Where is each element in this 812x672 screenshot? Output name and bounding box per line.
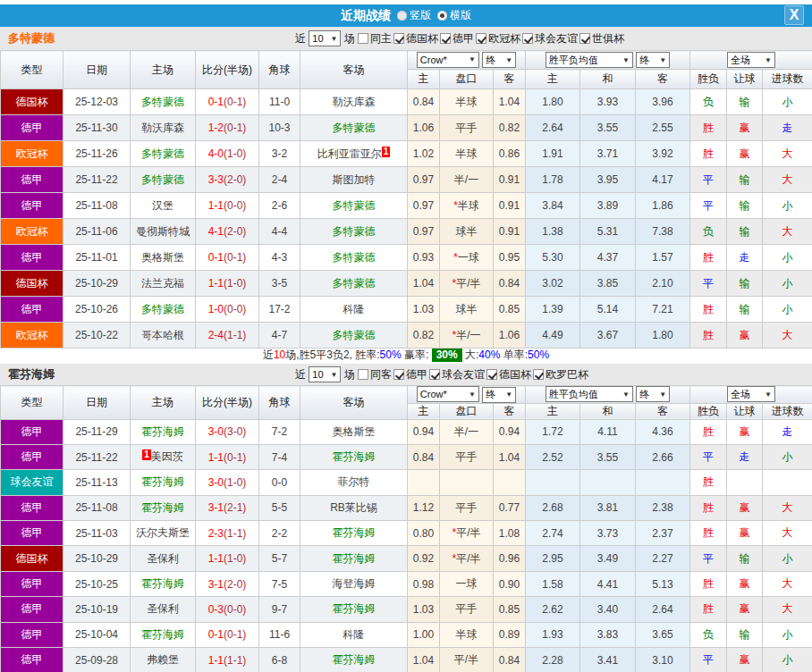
avg-odds-select[interactable]: 胜平负均值▼: [546, 386, 633, 402]
handicap-result-cell: 走: [727, 245, 763, 271]
result-cell: 负: [690, 89, 727, 115]
league-cell: 欧冠杯: [1, 219, 63, 245]
avg-home-cell: 2.95: [526, 546, 580, 571]
match-row: 德甲25-11-08霍芬海姆3-1(2-1)5-5RB莱比锡1.12平手0.77…: [1, 495, 812, 520]
column-subheader: 和: [580, 403, 636, 419]
match-row: 德甲25-11-03沃尔夫斯堡2-3(1-1)2-2霍芬海姆0.80*平/半1.…: [1, 521, 812, 546]
odds-stage-select[interactable]: 终▼: [482, 52, 516, 68]
match-row: 德甲25-11-22多特蒙德3-3(2-0)2-4斯图加特0.97半/一0.91…: [1, 167, 812, 193]
odds-away-cell: 0.85: [494, 597, 526, 622]
league-filter-checkbox[interactable]: 德国杯: [393, 31, 438, 46]
avg-home-cell: 4.49: [526, 323, 580, 349]
checkbox-icon[interactable]: [358, 33, 368, 44]
handicap-result-cell: 赢: [727, 115, 763, 141]
radio-horizontal[interactable]: 横版: [437, 8, 471, 23]
date-cell: 25-10-29: [63, 271, 131, 297]
avg-home-cell: 2.52: [526, 444, 580, 469]
checkbox-icon[interactable]: [440, 33, 451, 44]
avg-draw-cell: 3.67: [580, 323, 636, 349]
league-filter-checkbox[interactable]: 世俱杯: [579, 31, 624, 46]
corners-cell: 6-8: [259, 648, 300, 672]
result-cell: 胜: [690, 419, 727, 444]
avg-away-cell: 7.38: [636, 219, 690, 245]
avg-away-cell: 1.57: [636, 245, 690, 271]
radio-vertical-icon[interactable]: [397, 11, 407, 21]
handicap-result-cell: [727, 470, 763, 495]
avg-home-cell: 1.58: [526, 571, 580, 596]
checkbox-icon[interactable]: [533, 369, 544, 380]
corners-cell: 2-6: [259, 193, 300, 219]
checkbox-icon[interactable]: [522, 33, 533, 44]
team-name: 霍芬海姆: [8, 366, 55, 382]
league-filter-checkbox[interactable]: 德甲: [393, 367, 427, 382]
avg-away-cell: 2.66: [636, 444, 690, 469]
away-team-cell: 科隆: [300, 622, 408, 647]
column-header: 角球: [259, 386, 300, 420]
odds-provider-select[interactable]: Crow*▼: [417, 386, 479, 402]
recent-count-select[interactable]: 10▼: [309, 366, 341, 382]
league-filter-checkbox[interactable]: 德国杯: [486, 367, 531, 382]
league-filter-checkbox[interactable]: 德甲: [440, 31, 474, 46]
avg-odds-select[interactable]: 胜平负均值▼: [546, 52, 633, 68]
scope-select[interactable]: 全场▼: [727, 386, 775, 402]
same-venue-checkbox[interactable]: 同客: [358, 367, 392, 382]
score-cell: 3-3(2-0): [196, 167, 259, 193]
chevron-down-icon: ▼: [505, 56, 512, 64]
checkbox-icon[interactable]: [476, 33, 486, 44]
home-team-cell: 霍芬海姆: [131, 419, 196, 444]
radio-vertical[interactable]: 竖版: [397, 8, 431, 23]
checkbox-icon[interactable]: [486, 369, 497, 380]
match-row: 德甲25-09-28弗赖堡1-1(1-1)6-8霍芬海姆1.04平/半0.842…: [1, 648, 812, 672]
recent-count-select[interactable]: 10▼: [309, 30, 341, 46]
close-button[interactable]: X: [784, 5, 804, 25]
date-cell: 25-11-08: [63, 193, 131, 219]
away-team-cell: 海登海姆: [300, 571, 408, 596]
away-team-cell: 多特蒙德: [300, 245, 408, 271]
home-team-cell: 弗赖堡: [131, 648, 196, 672]
win-rate-badge: 30%: [432, 349, 462, 362]
match-filter: 近 10▼ 场 同客德甲球会友谊德国杯欧罗巴杯: [295, 366, 590, 382]
odds-away-cell: 0.91: [494, 219, 526, 245]
odds-home-cell: 0.80: [408, 521, 440, 546]
chevron-down-icon: ▼: [765, 391, 772, 399]
score-cell: 1-1(0-1): [196, 444, 259, 469]
league-cell: 德甲: [1, 444, 63, 469]
chevron-down-icon: ▼: [330, 35, 337, 43]
odds-home-cell: 0.92: [408, 546, 440, 571]
avg-stage-select[interactable]: 终▼: [636, 386, 670, 402]
column-header: 日期: [63, 51, 131, 89]
same-venue-checkbox[interactable]: 同主: [358, 31, 392, 46]
away-team-cell: 菲尔特: [300, 470, 408, 495]
away-team-cell: 多特蒙德: [300, 323, 408, 349]
league-filter-checkbox[interactable]: 欧冠杯: [476, 31, 520, 46]
league-cell: 德国杯: [1, 271, 63, 297]
league-filter-checkbox[interactable]: 球会友谊: [429, 367, 485, 382]
avg-draw-cell: 4.37: [580, 245, 636, 271]
goals-result-cell: 大: [763, 597, 812, 622]
checkbox-icon[interactable]: [358, 369, 368, 380]
scope-select[interactable]: 全场▼: [727, 52, 775, 68]
avg-away-cell: 3.96: [636, 89, 690, 115]
odds-away-cell: 0.89: [494, 622, 526, 647]
checkbox-icon[interactable]: [393, 369, 404, 380]
odds-stage-select[interactable]: 终▼: [482, 387, 516, 403]
handicap-cell: 平手: [440, 597, 494, 622]
league-filter-checkbox[interactable]: 球会友谊: [522, 31, 578, 46]
column-subheader: 进球数: [763, 70, 812, 89]
avg-stage-select[interactable]: 终▼: [636, 52, 670, 68]
date-cell: 25-11-03: [63, 521, 131, 546]
odds-away-cell: 0.82: [494, 115, 526, 141]
odds-home-cell: 0.84: [408, 444, 440, 469]
handicap-cell: *半球: [440, 193, 494, 219]
column-subheader: 主: [408, 70, 440, 89]
column-subheader: 主: [526, 403, 580, 419]
odds-home-cell: 0.97: [408, 219, 440, 245]
league-filter-checkbox[interactable]: 欧罗巴杯: [533, 367, 588, 382]
checkbox-icon[interactable]: [429, 369, 440, 380]
radio-horizontal-icon[interactable]: [437, 11, 447, 21]
odds-provider-select[interactable]: Crow*▼: [417, 52, 479, 68]
checkbox-icon[interactable]: [393, 33, 404, 44]
checkbox-icon[interactable]: [579, 33, 590, 44]
corners-cell: 5-5: [259, 495, 300, 520]
league-cell: 德国杯: [1, 89, 63, 115]
